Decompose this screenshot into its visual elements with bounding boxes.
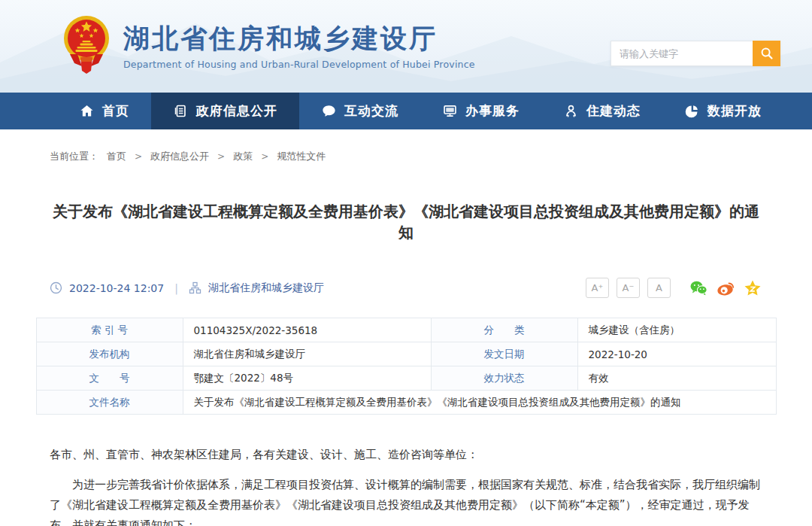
info-label-issuing-agency: 发布机构 [36,342,183,366]
publish-time: 2022-10-24 12:07 [69,282,164,294]
breadcrumb-separator: > [217,151,225,162]
site-brand: 湖北省住房和城乡建设厅 Department of Housing and Ur… [62,12,475,81]
chat-bubble-icon [321,103,337,119]
nav-item-services[interactable]: 办事服务 [420,93,541,129]
site-search [611,41,780,66]
nav-item-label: 办事服务 [465,102,520,120]
font-reset-button[interactable]: A [647,278,671,298]
font-decrease-button[interactable]: A⁻ [617,278,640,298]
article-meta-right: A⁺ A⁻ A [586,278,762,298]
search-icon [760,47,774,60]
pie-chart-icon [684,103,700,119]
table-row: 文件名称 关于发布《湖北省建设工程概算定额及全费用基价表》《湖北省建设项目总投资… [36,391,776,415]
document-icon [173,103,189,119]
info-label-issue-date: 发文日期 [431,342,577,366]
table-row: 文 号 鄂建文〔2022〕48号 效力状态 有效 [36,366,776,391]
clock-icon [50,281,62,294]
breadcrumb-normative-docs[interactable]: 规范性文件 [277,150,326,163]
info-label-category: 分 类 [431,318,577,342]
weibo-icon[interactable] [716,278,735,298]
table-row: 索 引 号 01104325X/2022-35618 分 类 城乡建设（含住房） [36,318,776,342]
info-value-index-number: 01104325X/2022-35618 [183,318,431,342]
breadcrumb-prefix: 当前位置： [50,150,98,163]
nav-item-label: 互动交流 [344,102,398,120]
qzone-star-icon[interactable] [743,278,762,298]
info-value-doc-number: 鄂建文〔2022〕48号 [183,366,431,391]
body-paragraph: 为进一步完善我省计价依据体系，满足工程项目投资估算、设计概算的编制需要，根据国家… [50,475,762,526]
breadcrumb-gov-info[interactable]: 政府信息公开 [150,150,209,163]
document-info-table: 索 引 号 01104325X/2022-35618 分 类 城乡建设（含住房）… [36,318,777,415]
nav-item-home[interactable]: 首页 [57,93,151,129]
person-badge-icon [563,103,579,119]
organization-icon [189,281,201,294]
site-title: 湖北省住房和城乡建设厅 [123,23,475,53]
breadcrumb-policy[interactable]: 政策 [233,150,253,163]
info-value-doc-name: 关于发布《湖北省建设工程概算定额及全费用基价表》《湖北省建设项目总投资组成及其他… [183,391,776,415]
article-source[interactable]: 湖北省住房和城乡建设厅 [208,281,324,295]
font-increase-button[interactable]: A⁺ [586,278,609,298]
info-value-issue-date: 2022-10-20 [577,342,776,366]
home-icon [79,103,95,119]
main-nav: 首页 政府信息公开 互动交流 办事服务 住建 [0,93,812,129]
info-value-issuing-agency: 湖北省住房和城乡建设厅 [183,342,431,366]
info-label-validity-status: 效力状态 [431,366,577,391]
meta-divider: | [174,282,178,294]
info-label-index-number: 索 引 号 [36,318,183,342]
breadcrumb-separator: > [261,151,268,162]
breadcrumb-home[interactable]: 首页 [107,150,126,163]
search-input[interactable] [611,41,753,66]
article-meta-left: 2022-10-24 12:07 | 湖北省住房和城乡建设厅 [50,281,324,295]
breadcrumb: 当前位置： 首页 > 政府信息公开 > 政策 > 规范性文件 [50,150,762,163]
site-title-block: 湖北省住房和城乡建设厅 Department of Housing and Ur… [123,23,475,70]
nav-item-label: 数据开放 [707,102,762,120]
nav-item-label: 住建动态 [586,102,641,120]
info-label-doc-name: 文件名称 [36,391,183,415]
nav-item-interaction[interactable]: 互动交流 [299,93,420,129]
body-paragraph: 各市、州、直管市、神农架林区住建局，各有关建设、设计、施工、造价咨询等单位： [50,445,762,465]
info-value-validity-status: 有效 [577,366,776,391]
site-subtitle: Department of Housing and Urban-Rural De… [123,59,475,70]
nav-item-gov-info[interactable]: 政府信息公开 [151,93,299,129]
info-value-category: 城乡建设（含住房） [577,318,776,342]
china-national-emblem-logo [62,12,111,81]
wechat-icon[interactable] [689,278,708,298]
article-meta: 2022-10-24 12:07 | 湖北省住房和城乡建设厅 A⁺ A⁻ A [50,278,762,298]
nav-item-open-data[interactable]: 数据开放 [662,93,783,129]
article-body: 各市、州、直管市、神农架林区住建局，各有关建设、设计、施工、造价咨询等单位： 为… [50,445,762,526]
site-header: 湖北省住房和城乡建设厅 Department of Housing and Ur… [0,0,812,93]
nav-item-news[interactable]: 住建动态 [541,93,662,129]
nav-item-label: 首页 [102,102,129,120]
nav-item-label: 政府信息公开 [196,102,277,120]
article-title: 关于发布《湖北省建设工程概算定额及全费用基价表》《湖北省建设项目总投资组成及其他… [48,201,764,243]
monitor-icon [442,103,458,119]
breadcrumb-separator: > [135,151,142,162]
search-button[interactable] [753,41,780,66]
table-row: 发布机构 湖北省住房和城乡建设厅 发文日期 2022-10-20 [36,342,776,366]
info-label-doc-number: 文 号 [36,366,183,391]
